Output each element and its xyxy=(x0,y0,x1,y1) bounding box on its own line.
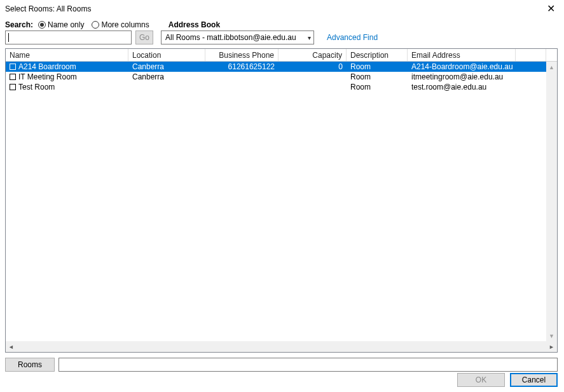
vertical-scrollbar[interactable]: ▲ ▼ xyxy=(546,62,557,341)
cell-phone xyxy=(205,82,279,92)
address-book-select[interactable]: All Rooms - matt.ibbotson@aie.edu.au ▾ xyxy=(161,30,314,44)
cancel-button-label: Cancel xyxy=(522,375,546,384)
rooms-button[interactable]: Rooms xyxy=(5,358,55,372)
go-button[interactable]: Go xyxy=(135,30,153,44)
chevron-down-icon: ▾ xyxy=(308,34,311,41)
search-input-row: Go All Rooms - matt.ibbotson@aie.edu.au … xyxy=(0,30,564,48)
cell-email: itmeetingroom@aie.edu.au xyxy=(408,72,516,82)
col-header-description[interactable]: Description xyxy=(347,49,408,61)
scroll-down-icon[interactable]: ▼ xyxy=(546,330,557,341)
scroll-up-icon[interactable]: ▲ xyxy=(546,62,557,72)
col-header-spacer xyxy=(516,49,546,61)
radio-more-columns[interactable]: More columns xyxy=(92,20,149,29)
close-icon[interactable]: ✕ xyxy=(543,1,559,17)
cell-location: Canberra xyxy=(128,72,205,82)
ok-button-label: OK xyxy=(476,375,486,384)
radio-name-only-label: Name only xyxy=(48,20,84,29)
cell-name: A214 Boardroom xyxy=(6,62,128,72)
cell-description: Room xyxy=(347,72,408,82)
horizontal-scrollbar[interactable]: ◄ ► xyxy=(6,341,557,352)
table-body-wrap: A214 BoardroomCanberra612616251220RoomA2… xyxy=(6,62,557,341)
cell-email: test.room@aie.edu.au xyxy=(408,82,516,92)
cell-name: IT Meeting Room xyxy=(6,72,128,82)
cell-name: Test Room xyxy=(6,82,128,92)
text-cursor-icon xyxy=(8,33,9,42)
table-row[interactable]: A214 BoardroomCanberra612616251220RoomA2… xyxy=(6,62,546,72)
col-header-capacity[interactable]: Capacity xyxy=(279,49,347,61)
cell-phone xyxy=(205,72,279,82)
rooms-input[interactable] xyxy=(58,358,558,372)
cell-capacity xyxy=(279,82,347,92)
radio-icon xyxy=(38,21,46,29)
cell-capacity xyxy=(279,72,347,82)
cell-email: A214-Boardroom@aie.edu.au xyxy=(408,62,516,72)
table-row[interactable]: IT Meeting RoomCanberraRoomitmeetingroom… xyxy=(6,72,546,82)
search-label: Search: xyxy=(5,20,33,29)
radio-more-columns-label: More columns xyxy=(101,20,149,29)
radio-name-only[interactable]: Name only xyxy=(38,20,84,29)
room-icon xyxy=(10,74,16,80)
rooms-button-label: Rooms xyxy=(18,360,42,369)
room-icon xyxy=(10,84,16,90)
col-header-phone[interactable]: Business Phone xyxy=(205,49,279,61)
cell-capacity: 0 xyxy=(279,62,347,72)
address-book-value: All Rooms - matt.ibbotson@aie.edu.au xyxy=(165,33,308,42)
table-header-row: Name Location Business Phone Capacity De… xyxy=(6,49,557,62)
table-row[interactable]: Test RoomRoomtest.room@aie.edu.au xyxy=(6,82,546,92)
col-header-name[interactable]: Name xyxy=(6,49,128,61)
table-body[interactable]: A214 BoardroomCanberra612616251220RoomA2… xyxy=(6,62,546,341)
window-title: Select Rooms: All Rooms xyxy=(5,4,543,13)
room-icon xyxy=(10,64,16,70)
radio-icon xyxy=(92,21,99,29)
address-book-label: Address Book xyxy=(169,20,220,29)
col-header-scrollbar xyxy=(546,49,557,61)
rooms-row: Rooms xyxy=(0,353,564,372)
cell-description: Room xyxy=(347,62,408,72)
results-table: Name Location Business Phone Capacity De… xyxy=(5,48,558,353)
cell-description: Room xyxy=(347,82,408,92)
advanced-find-link[interactable]: Advanced Find xyxy=(327,33,378,42)
cell-phone: 61261625122 xyxy=(205,62,279,72)
col-header-email[interactable]: Email Address xyxy=(408,49,516,61)
title-bar: Select Rooms: All Rooms ✕ xyxy=(0,0,564,18)
col-header-location[interactable]: Location xyxy=(128,49,205,61)
cancel-button[interactable]: Cancel xyxy=(510,373,558,387)
cell-location: Canberra xyxy=(128,62,205,72)
ok-button[interactable]: OK xyxy=(457,373,505,387)
scroll-right-icon[interactable]: ► xyxy=(546,341,557,352)
search-controls-row: Search: Name only More columns Address B… xyxy=(0,18,564,30)
dialog-footer: OK Cancel xyxy=(457,373,558,387)
scroll-left-icon[interactable]: ◄ xyxy=(6,341,17,352)
cell-location xyxy=(128,82,205,92)
search-input[interactable] xyxy=(5,30,132,44)
go-button-label: Go xyxy=(139,33,149,42)
